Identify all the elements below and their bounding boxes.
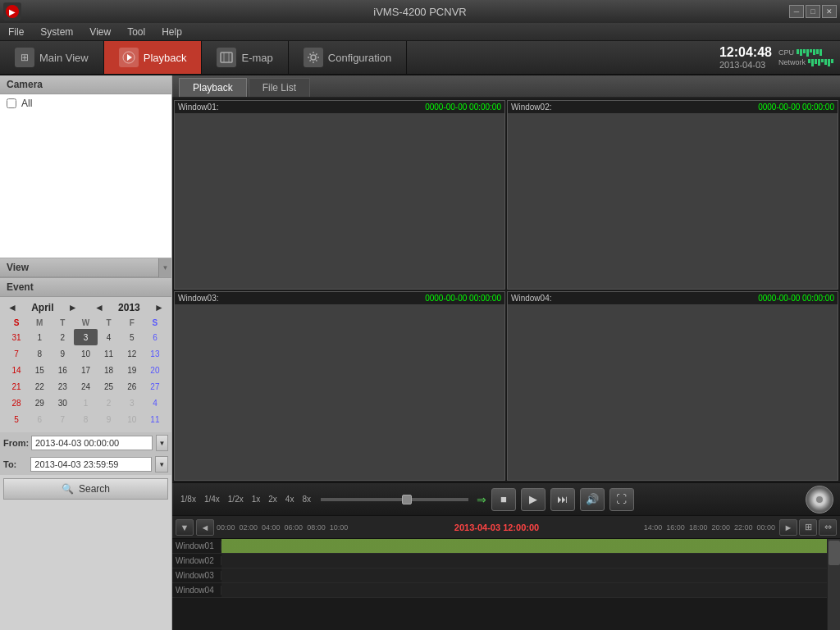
prev-month-button[interactable]: ◄	[5, 302, 20, 313]
calendar-day[interactable]: 5	[121, 329, 144, 345]
volume-button[interactable]: 🔊	[580, 488, 605, 511]
stop-button[interactable]: ■	[491, 488, 516, 511]
track-content-02[interactable]	[221, 554, 827, 568]
tab-playback[interactable]: Playback	[104, 41, 203, 74]
close-button[interactable]: ✕	[822, 5, 837, 18]
tab-configuration[interactable]: Configuration	[289, 41, 407, 74]
calendar-day[interactable]: 4	[98, 329, 121, 345]
calendar-day[interactable]: 18	[98, 362, 121, 378]
menu-tool[interactable]: Tool	[122, 25, 150, 39]
from-date-dropdown[interactable]: ▼	[156, 435, 168, 451]
calendar-day[interactable]: 6	[28, 411, 51, 427]
fullscreen-button[interactable]: ⛶	[609, 488, 634, 511]
search-button[interactable]: 🔍 Search	[3, 478, 168, 500]
calendar-day[interactable]: 4	[144, 395, 167, 411]
speed-1-4x[interactable]: 1/4x	[203, 495, 221, 504]
tab-emap[interactable]: E-map	[202, 41, 288, 74]
calendar-day[interactable]: 23	[51, 378, 74, 395]
calendar-day[interactable]: 31	[5, 329, 28, 345]
sidebar-scrollbar[interactable]: ▼	[158, 258, 171, 277]
timeline-next-btn[interactable]: ►	[779, 519, 797, 536]
calendar-day[interactable]: 1	[74, 395, 97, 411]
play-button[interactable]: ▶	[521, 488, 546, 511]
calendar-day[interactable]: 19	[121, 362, 144, 378]
maximize-button[interactable]: □	[806, 5, 820, 18]
video-panel-04[interactable]: Window04: 0000-00-00 00:00:00	[507, 291, 838, 481]
timeline-scrollbar[interactable]	[827, 539, 840, 630]
view-section[interactable]: View	[0, 258, 158, 277]
menu-view[interactable]: View	[84, 25, 116, 39]
calendar-day[interactable]: 2	[51, 329, 74, 345]
timeline-prev-btn[interactable]: ◄	[196, 519, 214, 536]
timeline-expand-btn[interactable]: ⇔	[819, 519, 837, 536]
calendar-day[interactable]: 7	[5, 345, 28, 362]
calendar-day[interactable]: 22	[28, 378, 51, 395]
subtab-playback[interactable]: Playback	[179, 78, 247, 97]
tab-main-view[interactable]: ⊞ Main View	[0, 41, 104, 74]
calendar-day[interactable]: 2	[98, 395, 121, 411]
next-year-button[interactable]: ►	[152, 302, 167, 313]
fast-forward-icon[interactable]: ⇒	[477, 493, 486, 506]
calendar-day[interactable]: 11	[98, 345, 121, 362]
track-content-01[interactable]	[221, 539, 827, 553]
menu-file[interactable]: File	[3, 25, 29, 39]
calendar-day[interactable]: 17	[74, 362, 97, 378]
calendar-day[interactable]: 13	[144, 345, 167, 362]
next-month-button[interactable]: ►	[66, 302, 80, 313]
to-date-input[interactable]	[30, 457, 152, 472]
speed-4x[interactable]: 4x	[284, 495, 296, 504]
camera-all-checkbox[interactable]	[7, 98, 16, 108]
video-panel-02[interactable]: Window02: 0000-00-00 00:00:00	[507, 100, 838, 290]
speed-2x[interactable]: 2x	[267, 495, 279, 504]
timeline-dropdown-btn[interactable]: ▼	[176, 519, 194, 536]
calendar-day[interactable]: 30	[51, 395, 74, 411]
calendar-day[interactable]: 15	[28, 362, 51, 378]
calendar-day[interactable]: 8	[28, 345, 51, 362]
calendar-day[interactable]: 20	[144, 362, 167, 378]
calendar-day[interactable]: 6	[144, 329, 167, 345]
to-date-dropdown[interactable]: ▼	[155, 456, 168, 472]
calendar-day[interactable]: 27	[144, 378, 167, 395]
prev-year-button[interactable]: ◄	[92, 302, 107, 313]
track-content-03[interactable]	[221, 568, 827, 582]
calendar-day[interactable]: 21	[5, 378, 28, 395]
speed-slider[interactable]	[321, 498, 468, 501]
calendar-day[interactable]: 25	[98, 378, 121, 395]
event-section[interactable]: Event	[0, 278, 171, 297]
camera-all-item[interactable]: All	[0, 94, 171, 112]
speed-1-8x[interactable]: 1/8x	[179, 495, 198, 504]
calendar-day[interactable]: 26	[121, 378, 144, 395]
menu-system[interactable]: System	[35, 25, 78, 39]
dvd-button[interactable]	[806, 486, 833, 514]
calendar-day[interactable]: 10	[121, 411, 144, 427]
next-frame-button[interactable]: ⏭	[550, 488, 575, 511]
calendar-day[interactable]: 14	[5, 362, 28, 378]
speed-slider-thumb[interactable]	[402, 495, 412, 504]
calendar-day[interactable]: 28	[5, 395, 28, 411]
speed-1x[interactable]: 1x	[250, 495, 262, 504]
calendar-day[interactable]: 9	[98, 411, 121, 427]
speed-8x[interactable]: 8x	[300, 495, 313, 504]
calendar-day[interactable]: 8	[74, 411, 97, 427]
calendar-day[interactable]: 24	[74, 378, 97, 395]
video-panel-03[interactable]: Window03: 0000-00-00 00:00:00	[174, 291, 505, 481]
calendar-day[interactable]: 29	[28, 395, 51, 411]
subtab-file-list[interactable]: File List	[249, 78, 310, 97]
calendar-day[interactable]: 11	[144, 411, 167, 427]
timeline-zoom-btn[interactable]: ⊞	[799, 519, 817, 536]
menu-help[interactable]: Help	[157, 25, 187, 39]
video-panel-01[interactable]: Window01: 0000-00-00 00:00:00	[174, 100, 505, 290]
calendar-day[interactable]: 3	[74, 329, 97, 345]
track-content-04[interactable]	[221, 583, 827, 597]
minimize-button[interactable]: ─	[789, 5, 804, 18]
calendar-day[interactable]: 3	[121, 395, 144, 411]
speed-1-2x[interactable]: 1/2x	[226, 495, 245, 504]
calendar-day[interactable]: 10	[74, 345, 97, 362]
calendar-day[interactable]: 1	[28, 329, 51, 345]
calendar-day[interactable]: 16	[51, 362, 74, 378]
calendar-day[interactable]: 7	[51, 411, 74, 427]
calendar-day[interactable]: 5	[5, 411, 28, 427]
calendar-day[interactable]: 12	[121, 345, 144, 362]
from-date-input[interactable]	[31, 436, 153, 450]
calendar-day[interactable]: 9	[51, 345, 74, 362]
